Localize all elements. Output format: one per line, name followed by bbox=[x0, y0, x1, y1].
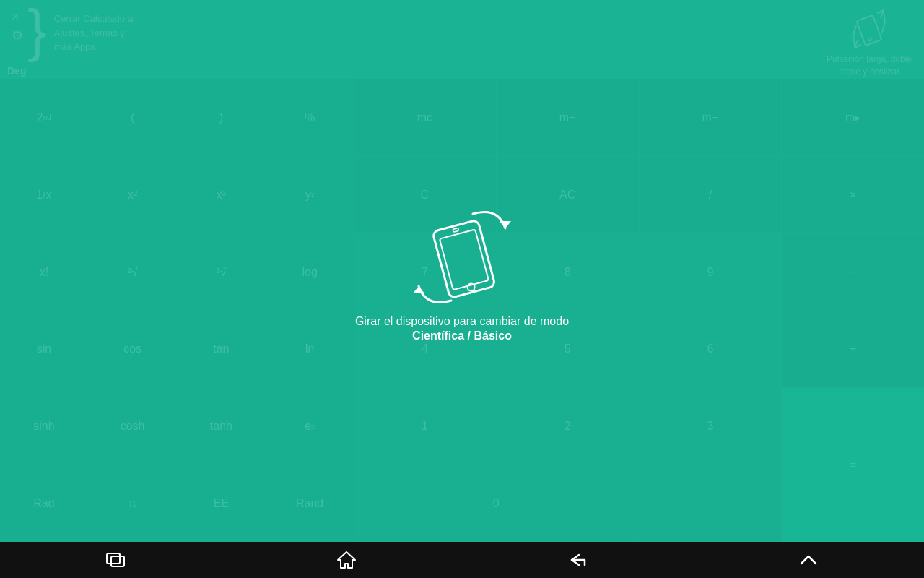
up-button[interactable] bbox=[787, 545, 830, 574]
overlay-instruction-text1: Girar el dispositivo para cambiar de mod… bbox=[355, 315, 569, 328]
rotate-phone-large-icon bbox=[404, 199, 520, 315]
recent-apps-button[interactable] bbox=[94, 545, 137, 574]
nav-bar bbox=[0, 542, 924, 578]
overlay-instruction-text2: Científica / Básico bbox=[412, 329, 512, 342]
back-button[interactable] bbox=[556, 545, 599, 574]
svg-rect-4 bbox=[440, 229, 489, 290]
home-button[interactable] bbox=[325, 545, 368, 574]
svg-rect-9 bbox=[111, 556, 124, 566]
svg-rect-8 bbox=[107, 553, 120, 564]
svg-marker-2 bbox=[500, 221, 511, 228]
svg-rect-6 bbox=[453, 228, 459, 232]
rotate-overlay: Girar el dispositivo para cambiar de mod… bbox=[0, 0, 924, 542]
svg-marker-7 bbox=[413, 286, 424, 293]
